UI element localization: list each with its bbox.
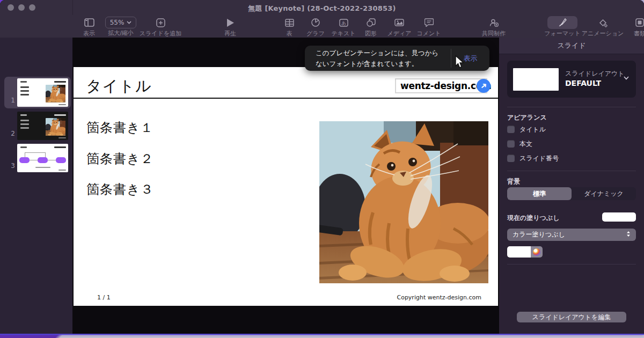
link-text-box[interactable]: wentz-design.com ➜ — [395, 78, 487, 93]
current-fill-swatch[interactable] — [602, 212, 636, 222]
divider — [507, 264, 636, 264]
color-well[interactable] — [507, 246, 543, 258]
updown-arrows-icon — [626, 231, 631, 239]
checkbox-row-slide-number[interactable]: スライド番号 — [507, 154, 559, 163]
title-bar: 無題 [Keynote] (28-Oct-2022-230853) — [0, 0, 644, 15]
document-icon — [616, 16, 644, 29]
current-fill-label: 現在の塗りつぶし — [507, 214, 559, 223]
slide-thumbnail-3[interactable] — [17, 144, 68, 172]
color-picker-button[interactable] — [531, 246, 543, 258]
mini-shape — [19, 157, 30, 163]
mini-shape — [38, 157, 48, 163]
color-swatch-white[interactable] — [507, 246, 531, 258]
format-brush-icon — [547, 16, 577, 29]
slide-navigator: 1 2 3 — [0, 38, 72, 334]
appearance-section-title: アピアランス — [507, 113, 547, 122]
slide-canvas: タイトル wentz-design.com ➜ 箇条書き１ 箇条書き２ 箇条書き… — [72, 38, 499, 334]
layout-label: スライドレイアウト — [565, 69, 625, 78]
hyperlink-badge-icon[interactable]: ➜ — [477, 79, 491, 93]
format-inspector: スライド スライドレイアウト DEFAULT アピアランス タイトル 本文 スラ… — [499, 38, 644, 334]
add-slide-icon — [136, 16, 185, 29]
slide-number-label: 3 — [9, 162, 15, 170]
slide-thumbnail-2[interactable] — [17, 112, 68, 140]
checkbox[interactable] — [507, 126, 515, 133]
notification-message: このプレゼンテーションには、見つからないフォントが含まれています。 — [305, 48, 451, 69]
background-section-title: 背景 — [507, 177, 520, 186]
slide-number-label: 2 — [9, 130, 15, 137]
play-icon — [206, 16, 254, 29]
collaborate-icon — [470, 16, 518, 29]
fill-type-dropdown[interactable]: カラー塗りつぶし — [507, 229, 636, 241]
window-title: 無題 [Keynote] (28-Oct-2022-230853) — [0, 4, 644, 13]
layout-value: DEFAULT — [565, 79, 601, 87]
chevron-down-icon — [623, 75, 630, 81]
cat-photo[interactable] — [319, 121, 488, 283]
bullet-item[interactable]: 箇条書き１ — [86, 119, 154, 136]
comment-icon — [405, 16, 453, 29]
slide-thumbnail-1[interactable] — [17, 78, 68, 107]
page-number: 1 / 1 — [97, 294, 111, 301]
bullet-item[interactable]: 箇条書き３ — [86, 181, 154, 198]
checkbox[interactable] — [507, 155, 515, 162]
add-slide-button[interactable]: スライドを追加 — [136, 16, 185, 38]
document-button[interactable]: 書類 — [616, 16, 644, 38]
slide-layout-card[interactable]: スライドレイアウト DEFAULT — [507, 61, 636, 98]
layout-thumbnail — [513, 68, 559, 91]
collaborate-button[interactable]: 共同制作 — [470, 16, 518, 38]
mini-shape — [56, 157, 66, 163]
checkbox[interactable] — [507, 140, 515, 148]
toolbar: 表示 55% 拡大/縮小 スライドを追加 再生 表 — [0, 15, 644, 38]
keynote-window: 無題 [Keynote] (28-Oct-2022-230853) 表示 55%… — [0, 0, 644, 335]
mouse-cursor — [455, 55, 465, 71]
slide-footer: 1 / 1 Copyright wentz-design.com — [74, 294, 498, 302]
slide-editor[interactable]: タイトル wentz-design.com ➜ 箇条書き１ 箇条書き２ 箇条書き… — [74, 67, 498, 306]
slide-title[interactable]: タイトル — [86, 76, 152, 97]
checkbox-row-title[interactable]: タイトル — [507, 125, 546, 134]
color-wheel-icon — [533, 248, 540, 256]
comment-button[interactable]: コメント — [405, 16, 453, 38]
current-fill-row: 現在の塗りつぶし — [507, 212, 636, 222]
header-rule — [74, 98, 498, 99]
slide-number-label: 1 — [9, 97, 15, 104]
bullet-item[interactable]: 箇条書き２ — [86, 150, 154, 167]
copyright-text: Copyright wentz-design.com — [397, 294, 481, 301]
inspector-header: スライド — [499, 38, 644, 54]
edit-slide-layout-button[interactable]: スライドレイアウトを編集 — [517, 312, 626, 322]
zoom-dropdown[interactable]: 55% — [105, 17, 137, 28]
divider — [507, 171, 636, 171]
tab-standard[interactable]: 標準 — [507, 187, 572, 200]
checkbox-row-body[interactable]: 本文 — [507, 139, 532, 148]
divider — [507, 107, 636, 107]
tab-dynamic[interactable]: ダイナミック — [572, 187, 636, 200]
svg-text:あ: あ — [341, 20, 346, 26]
play-button[interactable]: 再生 — [206, 16, 254, 38]
background-tabs: 標準 ダイナミック — [507, 187, 636, 200]
